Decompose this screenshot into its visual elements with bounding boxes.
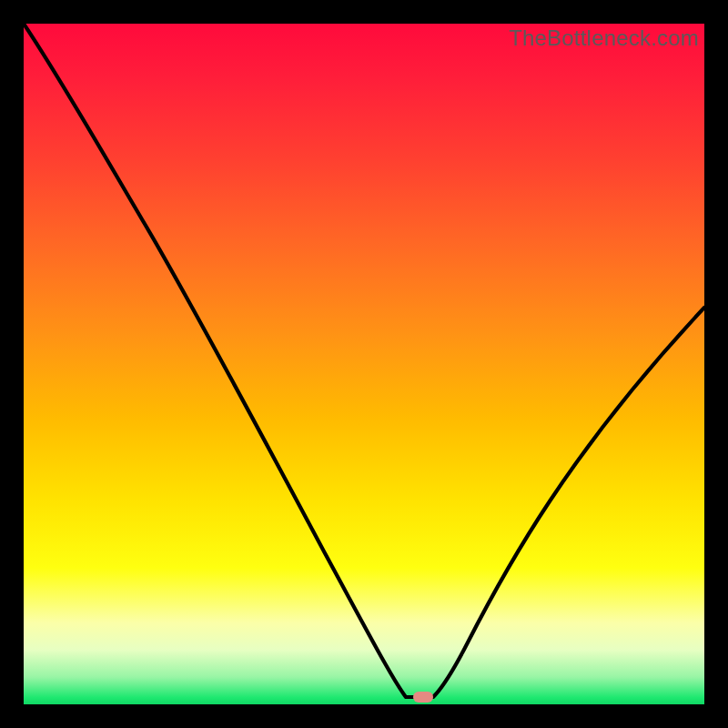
curve-path xyxy=(24,24,704,697)
plot-area: TheBottleneck.com xyxy=(24,24,704,704)
chart-frame: TheBottleneck.com xyxy=(0,0,728,728)
minimum-marker xyxy=(413,692,433,703)
bottleneck-curve xyxy=(24,24,704,704)
